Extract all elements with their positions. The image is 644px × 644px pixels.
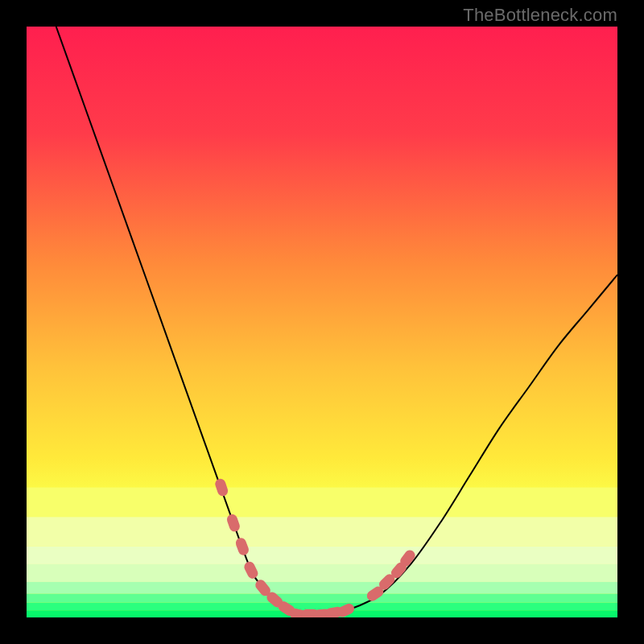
chart-frame: TheBottleneck.com xyxy=(0,0,644,644)
band-pale xyxy=(27,564,617,582)
chart-svg xyxy=(27,27,617,617)
bottom-bands xyxy=(27,488,617,617)
band-mint xyxy=(27,582,617,594)
watermark-text: TheBottleneck.com xyxy=(463,5,617,26)
band-lime-2 xyxy=(27,547,617,564)
plot-area xyxy=(27,27,617,617)
band-lime-1 xyxy=(27,517,617,547)
band-green-2 xyxy=(27,603,617,611)
band-green-1 xyxy=(27,594,617,603)
band-lime-top xyxy=(27,488,617,518)
